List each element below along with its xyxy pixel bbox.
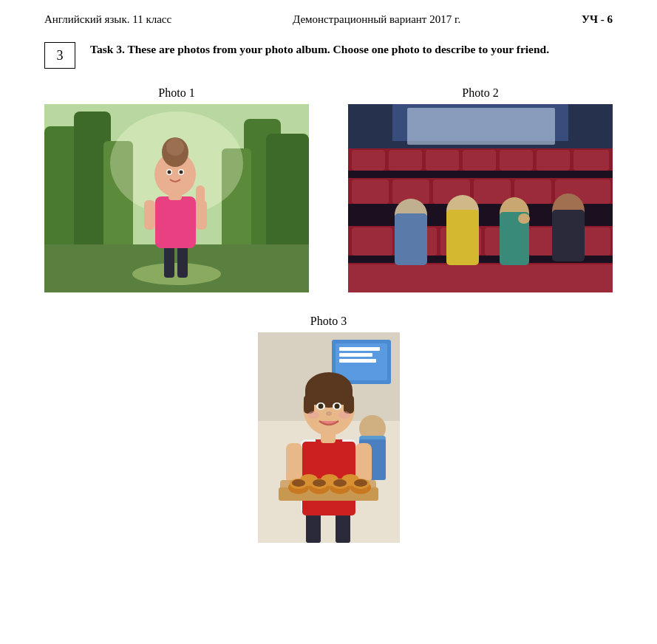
svg-rect-51 [395, 213, 427, 265]
photo3-container: Photo 3 [258, 315, 400, 543]
svg-rect-49 [348, 264, 613, 292]
svg-rect-77 [286, 443, 302, 484]
photo2-label: Photo 2 [462, 86, 498, 100]
svg-rect-32 [537, 150, 570, 171]
svg-rect-66 [339, 353, 372, 357]
task-text: Task 3. These are photos from your photo… [90, 41, 613, 58]
svg-point-19 [166, 138, 184, 156]
svg-point-94 [333, 479, 347, 487]
svg-point-93 [313, 479, 326, 487]
page-header: Английский язык. 11 класс Демонстрационн… [0, 0, 657, 33]
task-number: 3 [57, 48, 64, 64]
photo3-box [258, 332, 400, 543]
header-center: Демонстрационный вариант 2017 г. [293, 13, 460, 26]
task-row: 3 Task 3. These are photos from your pho… [44, 41, 613, 69]
svg-point-104 [318, 404, 323, 409]
photo2-box [348, 104, 613, 292]
svg-rect-67 [339, 359, 376, 363]
svg-point-108 [338, 411, 350, 419]
svg-rect-38 [474, 179, 511, 204]
svg-rect-31 [500, 150, 533, 171]
svg-rect-58 [552, 210, 585, 261]
svg-rect-60 [407, 108, 555, 145]
photos-row: Photo 1 [44, 86, 613, 292]
svg-rect-42 [352, 227, 392, 256]
svg-rect-28 [389, 150, 422, 171]
task-number-box: 3 [44, 42, 75, 69]
svg-point-56 [518, 213, 530, 224]
svg-rect-29 [426, 150, 459, 171]
svg-point-9 [132, 263, 221, 285]
svg-rect-27 [352, 150, 385, 171]
photo2-container: Photo 2 [348, 86, 613, 292]
svg-rect-15 [196, 185, 205, 208]
svg-point-107 [307, 411, 319, 419]
header-left: Английский язык. 11 класс [44, 13, 171, 26]
svg-rect-35 [352, 179, 389, 204]
svg-rect-53 [446, 210, 479, 265]
svg-point-23 [180, 171, 183, 174]
photo1-container: Photo 1 [44, 86, 309, 292]
svg-rect-101 [344, 395, 354, 414]
svg-rect-100 [304, 395, 314, 414]
svg-rect-30 [463, 150, 496, 171]
photo3-row: Photo 3 [44, 315, 613, 543]
photo1-label: Photo 1 [158, 86, 194, 100]
svg-point-22 [168, 171, 171, 174]
svg-point-95 [354, 479, 367, 487]
photo3-label: Photo 3 [310, 315, 347, 328]
svg-rect-13 [144, 200, 155, 230]
svg-point-105 [334, 404, 339, 409]
svg-rect-12 [155, 196, 196, 248]
svg-rect-65 [339, 347, 380, 351]
svg-point-106 [326, 411, 332, 416]
main-content: 3 Task 3. These are photos from your pho… [0, 33, 657, 558]
svg-rect-33 [573, 150, 609, 171]
svg-point-92 [292, 479, 305, 487]
photo1-box [44, 104, 309, 292]
header-right: УЧ - 6 [582, 13, 613, 26]
